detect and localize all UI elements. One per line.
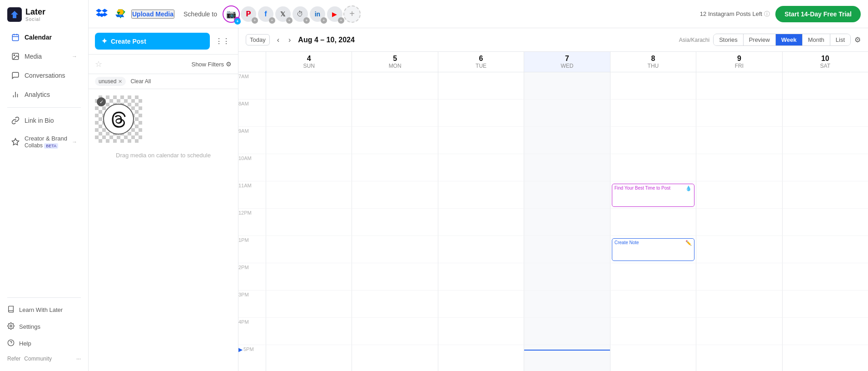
remove-filter-button[interactable]: ✕ — [118, 79, 122, 85]
day-cell[interactable] — [610, 127, 696, 154]
day-cell[interactable] — [610, 72, 696, 100]
day-cell[interactable] — [438, 236, 524, 263]
sidebar-item-creator-brand[interactable]: Creator & BrandCollabs BETA → — [4, 130, 84, 153]
day-cell[interactable] — [524, 263, 610, 291]
tab-list[interactable]: List — [830, 34, 850, 45]
day-cell[interactable] — [352, 154, 437, 181]
day-cell[interactable] — [696, 236, 782, 263]
day-cell[interactable] — [438, 100, 524, 127]
day-cell[interactable] — [696, 345, 782, 371]
day-cell[interactable] — [266, 127, 352, 154]
day-cell[interactable] — [696, 291, 782, 318]
best-time-event[interactable]: 💧Find Your Best Time to Post — [612, 184, 694, 207]
day-cell[interactable] — [696, 154, 782, 181]
today-button[interactable]: Today — [246, 34, 270, 45]
day-cell[interactable] — [266, 263, 352, 291]
day-cell[interactable] — [438, 318, 524, 345]
day-cell[interactable] — [782, 154, 868, 181]
grid-icon[interactable]: ⋮⋮ — [213, 35, 232, 47]
day-cell[interactable] — [266, 100, 352, 127]
day-cell[interactable] — [266, 72, 352, 100]
instagram-account[interactable]: 📷 ✓ + — [223, 5, 240, 23]
tiktok-account[interactable]: ⏱ + — [292, 5, 309, 23]
day-cell[interactable] — [524, 154, 610, 181]
day-cell[interactable] — [696, 127, 782, 154]
community-link[interactable]: Community — [24, 356, 52, 362]
refer-link[interactable]: Refer — [7, 356, 20, 362]
day-cell[interactable] — [696, 181, 782, 209]
show-filters-button[interactable]: Show Filters ⚙ — [191, 60, 232, 68]
trial-button[interactable]: Start 14-Day Free Trial — [775, 6, 861, 22]
more-icon[interactable]: ··· — [76, 356, 81, 362]
day-cell[interactable] — [524, 318, 610, 345]
day-cell[interactable] — [782, 209, 868, 236]
day-cell[interactable] — [524, 100, 610, 127]
tab-preview[interactable]: Preview — [744, 34, 776, 45]
day-cell[interactable] — [524, 236, 610, 263]
day-cell[interactable] — [610, 263, 696, 291]
create-post-button[interactable]: ✦ Create Post — [95, 33, 210, 50]
dropbox-icon[interactable] — [96, 7, 108, 21]
day-cell[interactable] — [438, 154, 524, 181]
sidebar-item-analytics[interactable]: Analytics — [4, 85, 84, 104]
sidebar-item-settings[interactable]: Settings — [0, 318, 88, 335]
day-cell[interactable] — [438, 181, 524, 209]
day-cell[interactable] — [524, 209, 610, 236]
upload-media-button[interactable]: Upload Media — [131, 10, 174, 19]
star-icon[interactable]: ☆ — [95, 59, 102, 69]
day-cell[interactable] — [696, 100, 782, 127]
facebook-account[interactable]: f + — [257, 5, 274, 23]
day-cell[interactable] — [352, 263, 437, 291]
youtube-account[interactable]: ▶ + — [326, 5, 343, 23]
sidebar-item-help[interactable]: Help — [0, 335, 88, 352]
google-drive-icon[interactable] — [115, 8, 126, 20]
day-cell[interactable] — [782, 291, 868, 318]
day-cell[interactable] — [438, 72, 524, 100]
pinterest-account[interactable]: 𝗣 + — [240, 5, 257, 23]
day-cell[interactable] — [352, 209, 437, 236]
day-cell[interactable]: 💧Find Your Best Time to Post — [610, 181, 696, 209]
day-cell[interactable] — [438, 291, 524, 318]
sidebar-item-link-in-bio[interactable]: Link in Bio — [4, 111, 84, 130]
day-cell[interactable] — [352, 318, 437, 345]
day-cell[interactable] — [524, 127, 610, 154]
day-cell[interactable] — [266, 345, 352, 371]
day-cell[interactable] — [696, 318, 782, 345]
tab-month[interactable]: Month — [803, 34, 830, 45]
day-cell[interactable] — [782, 263, 868, 291]
day-cell[interactable] — [266, 291, 352, 318]
day-cell[interactable] — [610, 318, 696, 345]
day-cell[interactable] — [782, 72, 868, 100]
prev-week-button[interactable]: ‹ — [275, 35, 281, 45]
day-cell[interactable] — [610, 291, 696, 318]
next-week-button[interactable]: › — [287, 35, 293, 45]
sidebar-item-calendar[interactable]: Calendar — [4, 28, 84, 46]
tab-week[interactable]: Week — [776, 34, 803, 45]
day-cell[interactable] — [266, 236, 352, 263]
day-cell[interactable] — [524, 345, 610, 371]
sidebar-item-learn[interactable]: Learn With Later — [0, 301, 88, 318]
day-cell[interactable] — [610, 154, 696, 181]
day-cell[interactable] — [610, 209, 696, 236]
day-cell[interactable] — [782, 100, 868, 127]
clear-all-button[interactable]: Clear All — [130, 78, 151, 85]
day-cell[interactable] — [782, 181, 868, 209]
day-cell[interactable] — [524, 291, 610, 318]
day-cell[interactable]: ✏️Create Note — [610, 236, 696, 263]
sidebar-item-conversations[interactable]: Conversations — [4, 66, 84, 85]
add-account-button[interactable]: + — [343, 5, 361, 23]
day-cell[interactable] — [782, 236, 868, 263]
twitter-account[interactable]: 𝕏 + — [274, 5, 292, 23]
sidebar-item-media[interactable]: Media → — [4, 47, 84, 65]
day-cell[interactable] — [352, 100, 437, 127]
day-cell[interactable] — [782, 318, 868, 345]
day-cell[interactable] — [524, 72, 610, 100]
day-cell[interactable] — [438, 263, 524, 291]
day-cell[interactable] — [266, 154, 352, 181]
day-cell[interactable] — [438, 345, 524, 371]
day-cell[interactable] — [610, 345, 696, 371]
day-cell[interactable] — [352, 291, 437, 318]
list-item[interactable]: ✓ — [95, 95, 232, 143]
day-cell[interactable] — [352, 72, 437, 100]
day-cell[interactable] — [610, 100, 696, 127]
